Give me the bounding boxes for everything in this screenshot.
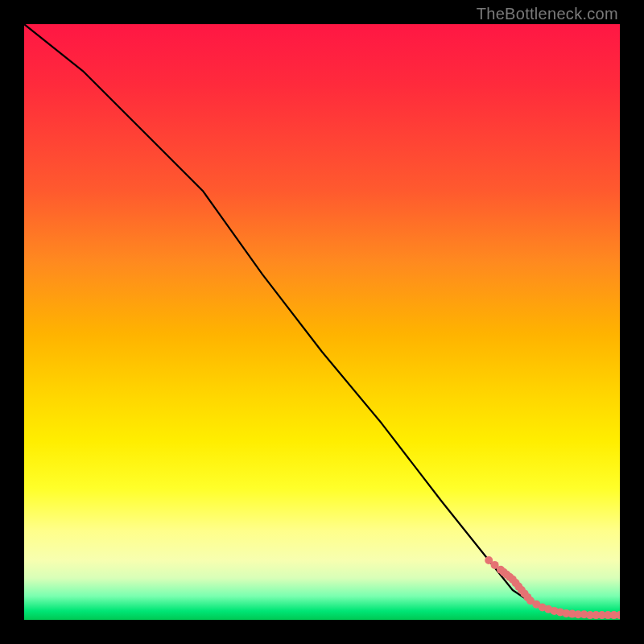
watermark-text: TheBottleneck.com [477, 5, 618, 23]
chart-svg [24, 24, 620, 620]
curve-line [24, 24, 620, 614]
bottleneck-scatter [485, 556, 620, 619]
plot-area [24, 24, 620, 620]
chart-frame: TheBottleneck.com [0, 0, 644, 644]
